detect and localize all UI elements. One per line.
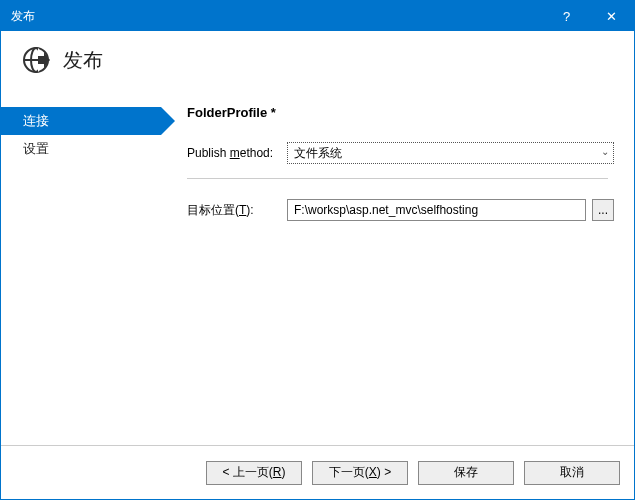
dialog-title: 发布: [63, 47, 103, 74]
sidebar-item-label: 设置: [23, 141, 49, 156]
sidebar: 连接 设置: [1, 87, 161, 445]
dialog-footer: < 上一页(R) 下一页(X) > 保存 取消: [1, 445, 634, 499]
chevron-down-icon: ⌄: [601, 146, 609, 157]
browse-button[interactable]: ...: [592, 199, 614, 221]
dialog-body: 连接 设置 FolderProfile * Publish method: 文件…: [1, 87, 634, 445]
divider: [187, 178, 608, 179]
titlebar: 发布 ? ✕: [1, 1, 634, 31]
publish-method-value: 文件系统: [294, 145, 342, 162]
publish-method-select[interactable]: 文件系统 ⌄: [287, 142, 614, 164]
publish-dialog: 发布 ? ✕ 发布 连接 设置 FolderProfile *: [0, 0, 635, 500]
globe-icon: [21, 45, 51, 75]
sidebar-item-connection[interactable]: 连接: [1, 107, 161, 135]
sidebar-item-settings[interactable]: 设置: [1, 135, 161, 163]
profile-name: FolderProfile *: [187, 105, 614, 120]
publish-method-label: Publish method:: [187, 146, 287, 160]
publish-method-row: Publish method: 文件系统 ⌄: [181, 142, 614, 164]
target-location-row: 目标位置(T): F:\worksp\asp.net_mvc\selfhosti…: [181, 199, 614, 221]
target-location-label: 目标位置(T):: [187, 202, 287, 219]
dialog-header: 发布: [1, 31, 634, 87]
cancel-button[interactable]: 取消: [524, 461, 620, 485]
target-location-value: F:\worksp\asp.net_mvc\selfhosting: [294, 203, 478, 217]
target-location-input[interactable]: F:\worksp\asp.net_mvc\selfhosting: [287, 199, 586, 221]
help-button[interactable]: ?: [544, 1, 589, 31]
window-title: 发布: [1, 8, 544, 25]
close-button[interactable]: ✕: [589, 1, 634, 31]
content-panel: FolderProfile * Publish method: 文件系统 ⌄ 目…: [161, 87, 634, 445]
save-button[interactable]: 保存: [418, 461, 514, 485]
next-button[interactable]: 下一页(X) >: [312, 461, 408, 485]
prev-button[interactable]: < 上一页(R): [206, 461, 302, 485]
sidebar-item-label: 连接: [23, 113, 49, 128]
